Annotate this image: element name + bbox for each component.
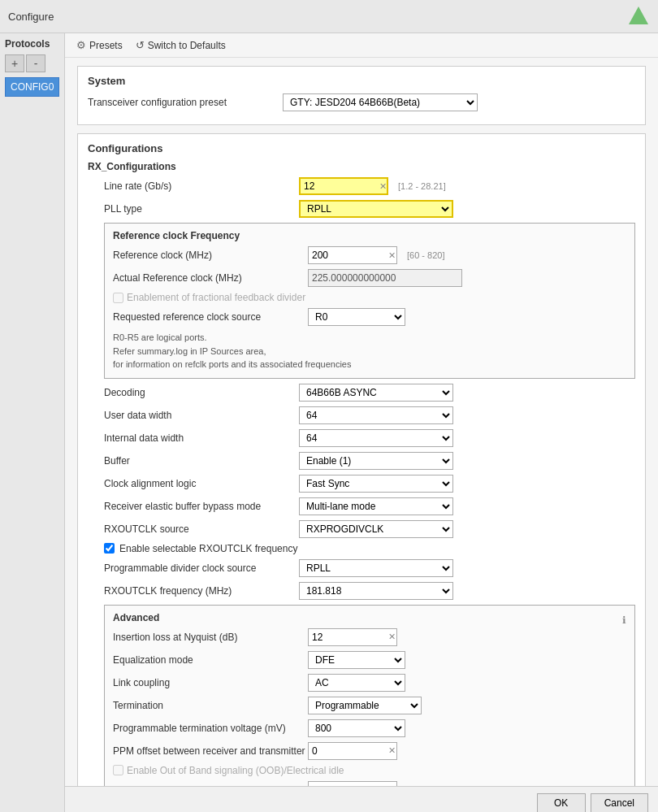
form-inner: System Transceiver configuration preset …: [65, 58, 658, 786]
buffer-row: Buffer Enable (1): [88, 452, 635, 470]
internal-data-width-dropdown[interactable]: 64: [299, 429, 453, 447]
enable-rxoutclk-checkbox[interactable]: [104, 543, 115, 554]
system-section: System Transceiver configuration preset …: [77, 66, 646, 125]
ref-clock-box: Reference clock Frequency Reference cloc…: [104, 223, 635, 379]
prog-div-dropdown[interactable]: RPLL: [299, 559, 453, 577]
fractional-text: Enablement of fractional feedback divide…: [127, 292, 305, 303]
sidebar: Protocols + - CONFIG0: [0, 33, 65, 812]
actual-ref-control: [308, 269, 626, 287]
rxoutclk-source-dropdown[interactable]: RXPROGDIVCLK: [299, 520, 453, 538]
decoding-dropdown[interactable]: 64B66B ASYNC: [299, 384, 453, 402]
decoding-control: 64B66B ASYNC: [299, 384, 635, 402]
rx-elastic-control: Multi-lane mode: [299, 497, 635, 515]
buffer-label: Buffer: [104, 455, 299, 467]
fractional-checkbox: [113, 293, 123, 303]
line-rate-input[interactable]: [299, 177, 388, 195]
presets-button[interactable]: ⚙ Presets: [73, 37, 126, 53]
actual-ref-input: [308, 269, 462, 287]
sidebar-item-config0[interactable]: CONFIG0: [5, 77, 59, 97]
insertion-loss-input[interactable]: [308, 628, 397, 646]
pll-type-control: RPLL: [299, 200, 635, 218]
user-data-width-row: User data width 64: [88, 406, 635, 424]
oob-text: Enable Out of Band signaling (OOB)/Elect…: [127, 765, 344, 776]
ref-clock-input-wrap: ✕: [308, 246, 397, 264]
content-area: ⚙ Presets ↺ Switch to Defaults System Tr…: [65, 33, 658, 812]
eq-mode-dropdown[interactable]: DFE: [308, 651, 405, 669]
termination-label: Termination: [113, 700, 308, 711]
line-rate-clear-button[interactable]: ✕: [379, 181, 387, 192]
ref-clock-input[interactable]: [308, 246, 397, 264]
line-rate-label: Line rate (Gb/s): [104, 180, 299, 192]
rxoutclk-freq-row: RXOUTCLK frequency (MHz) 181.818: [88, 582, 635, 600]
line-rate-range: [1.2 - 28.21]: [398, 181, 446, 191]
advanced-title-row: Advanced ℹ: [113, 612, 626, 628]
buffer-dropdown[interactable]: Enable (1): [299, 452, 453, 470]
preset-dropdown[interactable]: GTY: JESD204 64B66B(Beta): [283, 93, 478, 111]
ref-clock-row: Reference clock (MHz) ✕ [60 - 820]: [113, 246, 626, 264]
prog-div-row: Programmable divider clock source RPLL: [88, 559, 635, 577]
ppm-offset-label: PPM offset between receiver and transmit…: [113, 745, 308, 757]
insertion-loss-control: ✕: [308, 628, 626, 646]
rxoutclk-source-label: RXOUTCLK source: [104, 523, 299, 535]
preset-row: Transceiver configuration preset GTY: JE…: [88, 93, 635, 111]
req-source-label: Requested reference clock source: [113, 311, 308, 323]
insertion-loss-label: Insertion loss at Nyquist (dB): [113, 632, 308, 643]
user-data-width-dropdown[interactable]: 64: [299, 406, 453, 424]
remove-protocol-button[interactable]: -: [26, 54, 45, 72]
form-scroll[interactable]: System Transceiver configuration preset …: [65, 58, 658, 786]
enable-rxoutclk-row: Enable selectable RXOUTCLK frequency: [104, 543, 635, 554]
clock-align-row: Clock alignment logic Fast Sync: [88, 475, 635, 493]
ref-clock-clear-button[interactable]: ✕: [388, 250, 396, 261]
insertion-loss-row: Insertion loss at Nyquist (dB) ✕: [113, 628, 626, 646]
insertion-loss-clear-button[interactable]: ✕: [388, 632, 396, 642]
oob-checkbox: [113, 765, 123, 775]
rx-elastic-label: Receiver elastic buffer bypass mode: [104, 501, 299, 512]
logo-icon: [627, 5, 650, 28]
rx-elastic-dropdown[interactable]: Multi-lane mode: [299, 497, 453, 515]
ok-button[interactable]: OK: [537, 793, 586, 812]
actual-ref-row: Actual Reference clock (MHz): [113, 269, 626, 287]
line-rate-control: ✕ [1.2 - 28.21]: [299, 177, 635, 195]
sidebar-buttons: + -: [5, 54, 59, 72]
enable-rxoutclk-label: Enable selectable RXOUTCLK frequency: [119, 543, 297, 554]
ppm-offset-input-wrap: ✕: [308, 742, 397, 760]
prog-term-dropdown[interactable]: 800: [308, 719, 405, 737]
bottom-bar: OK Cancel: [65, 786, 658, 812]
clock-align-dropdown[interactable]: Fast Sync: [299, 475, 453, 493]
window-title: Configure: [8, 11, 54, 23]
internal-data-width-label: Internal data width: [104, 432, 299, 444]
pll-type-dropdown[interactable]: RPLL: [299, 200, 453, 218]
decoding-label: Decoding: [104, 387, 299, 398]
configurations-title: Configurations: [88, 142, 635, 154]
title-bar: Configure: [0, 0, 658, 33]
rxoutclk-freq-control: 181.818: [299, 582, 635, 600]
add-protocol-button[interactable]: +: [5, 54, 24, 72]
user-data-width-label: User data width: [104, 410, 299, 421]
eq-mode-row: Equalization mode DFE: [113, 651, 626, 669]
main-container: Protocols + - CONFIG0 ⚙ Presets ↺ Switch…: [0, 33, 658, 812]
prog-div-control: RPLL: [299, 559, 635, 577]
oob-row: Enable Out of Band signaling (OOB)/Elect…: [113, 765, 626, 776]
rxoutclk-freq-dropdown[interactable]: 181.818: [299, 582, 453, 600]
switch-defaults-button[interactable]: ↺ Switch to Defaults: [132, 37, 229, 53]
ppm-offset-input[interactable]: [308, 742, 397, 760]
eq-mode-control: DFE: [308, 651, 626, 669]
advanced-info-icon[interactable]: ℹ: [622, 614, 626, 626]
buffer-control: Enable (1): [299, 452, 635, 470]
fractional-row: Enablement of fractional feedback divide…: [113, 292, 626, 303]
cancel-button[interactable]: Cancel: [591, 793, 648, 812]
system-title: System: [88, 75, 635, 87]
ppm-offset-clear-button[interactable]: ✕: [388, 745, 396, 756]
req-source-dropdown[interactable]: R0: [308, 308, 405, 326]
sidebar-title: Protocols: [5, 38, 59, 50]
configurations-section: Configurations RX_Configurations Line ra…: [77, 133, 646, 786]
link-coupling-dropdown[interactable]: AC: [308, 674, 405, 692]
ref-clock-title: Reference clock Frequency: [113, 230, 626, 241]
link-coupling-row: Link coupling AC: [113, 674, 626, 692]
sidebar-item-label: CONFIG0: [11, 81, 54, 93]
rx-title: RX_Configurations: [88, 161, 635, 172]
termination-dropdown[interactable]: Programmable: [308, 697, 422, 714]
ppm-offset-control: ✕: [308, 742, 626, 760]
line-rate-row: Line rate (Gb/s) ✕ [1.2 - 28.21]: [88, 177, 635, 195]
termination-control: Programmable: [308, 697, 626, 714]
